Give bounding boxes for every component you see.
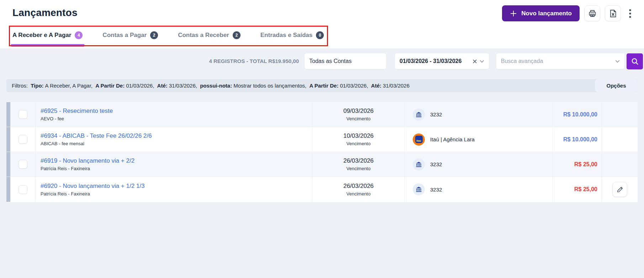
tab-contas-a-pagar[interactable]: Contas a Pagar 2: [102, 31, 158, 39]
filter-value: 01/03/2026,: [340, 83, 368, 89]
entry-link[interactable]: #6934 - ABICAB - Teste Fee 26/02/26 2/6: [41, 132, 312, 140]
entry-link[interactable]: #6919 - Novo lançamento via + 2/2: [41, 157, 312, 164]
amount: R$ 10.000,00: [563, 111, 597, 118]
itau-logo-text: Itaú: [416, 139, 421, 143]
entry-subtitle: AEVO - fee: [41, 116, 312, 121]
tab-count-badge: 4: [75, 31, 83, 39]
filter-value: Mostrar todos os lançamentos,: [233, 83, 306, 89]
excel-file-icon: [609, 9, 617, 18]
filter-label: Tipo:: [31, 83, 43, 89]
due-date: 26/03/2026: [343, 157, 374, 164]
kebab-icon: [629, 9, 631, 18]
page-title: Lançamentos: [12, 7, 78, 19]
due-date: 26/03/2026: [343, 183, 374, 190]
itau-logo: Itaú: [413, 133, 425, 146]
options-button[interactable]: Opções: [595, 79, 638, 92]
tab-entradas-e-saidas[interactable]: Entradas e Saídas 0: [260, 31, 324, 39]
filters-text: Filtros: Tipo:A Receber, A Pagar, A Part…: [12, 83, 411, 89]
search-button[interactable]: [627, 53, 643, 69]
chevron-down-icon: [480, 60, 484, 63]
filter-value: A Receber, A Pagar,: [45, 83, 93, 89]
account-name: Itaú | Agência Lara: [430, 136, 475, 142]
new-entry-button[interactable]: Novo lançamento: [502, 5, 580, 21]
filter-label: A Partir De:: [95, 83, 125, 89]
due-date: 09/03/2026: [343, 107, 374, 115]
entry-subtitle: ABICAB - fee mensal: [41, 141, 312, 146]
table-row[interactable]: #6934 - ABICAB - Teste Fee 26/02/26 2/6 …: [6, 127, 638, 152]
table-row[interactable]: #6920 - Novo lançamento via + 1/2 1/3 Pa…: [6, 177, 638, 202]
printer-icon: [588, 9, 597, 18]
tab-count-badge: 0: [316, 31, 324, 39]
more-options-button[interactable]: [625, 5, 635, 21]
row-accent-strip: [6, 102, 10, 127]
plus-icon: [510, 10, 517, 17]
header-actions: Novo lançamento: [502, 5, 635, 21]
tab-contas-a-receber[interactable]: Contas a Receber 2: [178, 31, 241, 39]
account-name: 3232: [430, 161, 442, 167]
advanced-search-select[interactable]: Busca avançada: [496, 53, 624, 69]
tabs: A Receber e A Pagar 4 Contas a Pagar 2 C…: [12, 31, 324, 39]
table-row[interactable]: #6919 - Novo lançamento via + 2/2 Patríc…: [6, 152, 638, 177]
filter-value: 01/03/2026,: [126, 83, 154, 89]
active-tab-underline: [11, 44, 85, 47]
row-accent-strip: [6, 177, 10, 202]
entry-link[interactable]: #6925 - Resecimento teste: [41, 107, 312, 115]
export-excel-button[interactable]: [605, 5, 621, 21]
new-entry-label: Novo lançamento: [521, 10, 572, 17]
filter-label: A Partir De:: [309, 83, 338, 89]
entry-subtitle: Patrícia Reis - Faxineira: [41, 166, 312, 171]
account-filter-value: Todas as Contas: [309, 58, 352, 64]
row-accent-strip: [6, 152, 10, 177]
row-checkbox[interactable]: [19, 110, 27, 119]
account-filter-select[interactable]: Todas as Contas: [305, 53, 386, 69]
tab-count-badge: 2: [150, 31, 158, 39]
records-summary: 4 REGISTROS - TOTAL R$19.950,00: [178, 53, 299, 69]
row-checkbox[interactable]: [19, 185, 27, 194]
entry-subtitle: Patrícia Reis - Faxineira: [41, 191, 312, 196]
row-accent-strip: [6, 127, 10, 152]
magnifier-icon: [631, 58, 639, 65]
entry-link[interactable]: #6920 - Novo lançamento via + 1/2 1/3: [41, 183, 312, 190]
account-name: 3232: [430, 111, 442, 117]
table-row[interactable]: #6925 - Resecimento teste AEVO - fee 09/…: [6, 102, 638, 127]
bank-building-icon: [413, 183, 425, 195]
pencil-icon: [617, 186, 623, 193]
tab-label: Contas a Pagar: [102, 32, 147, 39]
due-date: 10/03/2026: [343, 132, 374, 140]
filters-bar: Filtros: Tipo:A Receber, A Pagar, A Part…: [6, 79, 638, 92]
edit-entry-button[interactable]: [612, 182, 627, 197]
header: Lançamentos Novo lançamento: [0, 0, 644, 48]
due-date-label: Vencimento: [347, 116, 371, 121]
amount: R$ 25,00: [574, 186, 597, 193]
bank-building-icon: [413, 158, 425, 171]
tab-a-receber-e-a-pagar[interactable]: A Receber e A Pagar 4: [12, 31, 83, 39]
filters-prefix: Filtros:: [12, 83, 28, 89]
due-date-label: Vencimento: [347, 191, 371, 196]
advanced-search-placeholder: Busca avançada: [501, 58, 543, 64]
filter-label: possui-nota:: [200, 83, 232, 89]
tab-label: Contas a Receber: [178, 32, 229, 39]
filter-value: 31/03/2026,: [169, 83, 197, 89]
filter-value: 31/03/2026: [383, 83, 410, 89]
filter-label: Até:: [371, 83, 381, 89]
amount: R$ 10.000,00: [563, 136, 597, 143]
due-date-label: Vencimento: [347, 141, 371, 146]
print-button[interactable]: [584, 5, 600, 21]
close-icon[interactable]: [473, 59, 477, 64]
lancamentos-page: Lançamentos Novo lançamento: [0, 0, 644, 278]
tab-label: Entradas e Saídas: [260, 32, 312, 39]
entries-table: #6925 - Resecimento teste AEVO - fee 09/…: [6, 102, 638, 202]
due-date-label: Vencimento: [347, 166, 371, 171]
tab-count-badge: 2: [233, 31, 241, 39]
account-name: 3232: [430, 187, 442, 193]
date-range-value: 01/03/2026 - 31/03/2026: [400, 58, 461, 64]
tab-label: A Receber e A Pagar: [12, 32, 71, 39]
filter-label: Até:: [157, 83, 168, 89]
row-checkbox[interactable]: [19, 160, 27, 169]
bank-building-icon: [413, 109, 425, 121]
chevron-down-icon: [615, 60, 620, 63]
amount: R$ 25,00: [574, 161, 597, 168]
date-range-filter[interactable]: 01/03/2026 - 31/03/2026: [395, 53, 489, 69]
row-checkbox[interactable]: [19, 135, 27, 144]
